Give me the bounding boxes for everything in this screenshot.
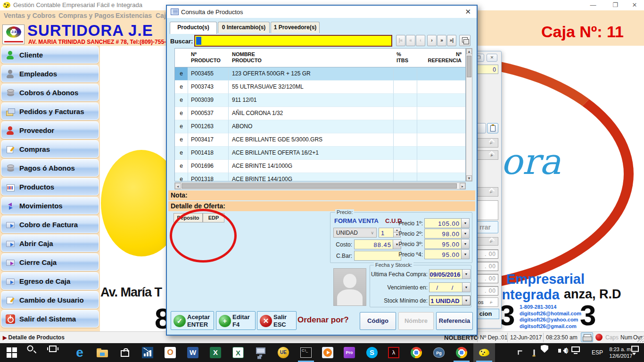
table-row[interactable]: eP003417ACE BRILLANTE GDE 5/3000.GRS <box>175 133 465 147</box>
table-row[interactable]: eP001418ACE BRILLANTE OFERTA 16/2+1 <box>175 147 465 160</box>
taskbar-gestion-app[interactable] <box>473 343 495 362</box>
table-row[interactable]: eP001318ACE BRINTE 144/100G <box>175 173 465 181</box>
tray-pen-icon[interactable] <box>527 343 541 362</box>
sidebar-item-cambio-usuario[interactable]: Cambio de Usuario <box>1 291 99 309</box>
resize-grip[interactable] <box>637 336 644 342</box>
taskbar-excel[interactable]: X <box>205 343 226 362</box>
precio3-field[interactable]: 95.00▼ <box>424 239 470 249</box>
forma-venta-select[interactable]: UNIDAD∨ <box>333 228 377 238</box>
costo-field[interactable]: 88.45▼ <box>354 239 401 249</box>
tab-intercambios[interactable]: 0 Intercambio(s) <box>218 22 270 33</box>
sort-nombre-button[interactable]: Nómbre <box>398 312 434 330</box>
table-row[interactable]: eP003455123 OFERTA 500GR + 125 GR <box>175 67 465 81</box>
horizontal-scroll-thumb[interactable] <box>182 183 457 189</box>
editar-button[interactable]: + EditarF4 <box>216 311 256 330</box>
taskbar-cmd[interactable]: C:\_ <box>295 343 317 362</box>
taskbar-outlook[interactable]: O <box>159 343 181 362</box>
scroll-down-icon[interactable]: ▼ <box>466 175 472 181</box>
action-center-button[interactable] <box>635 343 644 362</box>
taskbar-camtasia[interactable]: Pro <box>339 343 360 362</box>
taskbar-ultraedit[interactable]: UE <box>272 343 294 362</box>
tray-network[interactable] <box>572 343 587 362</box>
sidebar-item-cobros-abonos[interactable]: Cobros ó Abonos <box>1 83 99 101</box>
aceptar-button[interactable]: ✓ AceptarENTER <box>171 311 214 330</box>
start-button[interactable] <box>1 343 23 362</box>
vertical-scroll-thumb[interactable] <box>467 56 471 77</box>
sort-codigo-button[interactable]: Código <box>360 312 396 330</box>
cbar-field[interactable] <box>354 251 401 261</box>
taskbar-postgresql[interactable]: Pg <box>428 343 450 362</box>
tab-productos[interactable]: Producto(s) <box>170 22 217 34</box>
taskbar-skype[interactable]: S <box>361 343 383 362</box>
scroll-up-icon[interactable]: ▲ <box>466 49 472 54</box>
sidebar-item-empleados[interactable]: Empleados <box>1 65 99 82</box>
taskbar-chart-app[interactable] <box>137 343 158 362</box>
taskbar-file-explorer[interactable] <box>91 343 113 362</box>
precio4-field[interactable]: 95.00▼ <box>424 249 470 259</box>
table-row[interactable]: eP00374355 ULTRASUAVE 32/120ML <box>175 81 465 94</box>
bgwin-clipboard-button[interactable] <box>487 123 498 133</box>
nav-next-button[interactable]: › <box>427 35 437 46</box>
search-input[interactable] <box>194 35 392 47</box>
taskbar-chrome[interactable] <box>405 343 427 362</box>
ultima-fecha-field[interactable]: 09/05/2016▼ <box>429 269 471 279</box>
sidebar-item-proveedor[interactable]: Proveedor <box>1 121 99 139</box>
tray-language[interactable]: ESP <box>588 343 606 362</box>
taskbar-chrome-2[interactable] <box>451 343 472 362</box>
sidebar-item-pedidos-facturas[interactable]: Pedidos y Facturas <box>1 102 99 120</box>
dialog-close-icon[interactable]: ✕ <box>465 8 471 16</box>
salir-button[interactable]: ✕ SalirESC <box>257 311 297 330</box>
vencimiento-field[interactable]: / /▼ <box>429 282 471 292</box>
sidebar-item-cobro-factura[interactable]: Cobro de Factura <box>1 215 99 233</box>
sidebar-item-productos[interactable]: Productos <box>1 178 99 196</box>
vertical-scrollbar[interactable]: ▲ ▼ <box>466 48 472 181</box>
taskbar-edge[interactable]: e <box>69 343 91 362</box>
table-row[interactable]: eP001696ACE BRINTE 14/1000G <box>175 160 465 173</box>
nav-prev-button[interactable]: ‹ <box>416 35 425 46</box>
scroll-left-icon[interactable]: ◂ <box>175 183 181 189</box>
taskbar-media-player[interactable] <box>317 343 339 362</box>
horizontal-scrollbar[interactable]: ◂ ▸ <box>174 182 466 189</box>
sidebar-item-cierre-caja[interactable]: Cierre Caja <box>1 253 99 271</box>
table-row[interactable]: eP003039911 12/01 <box>175 94 465 107</box>
print-button[interactable] <box>459 35 471 46</box>
menu-compras[interactable]: Compras y Pagos <box>58 12 114 19</box>
minimize-button[interactable]: — <box>584 0 603 10</box>
taskbar-acrobat[interactable]: λ <box>383 343 405 362</box>
sort-referencia-button[interactable]: Referencia <box>436 312 473 330</box>
sidebar-item-compras[interactable]: Compras <box>1 140 99 158</box>
stock-minimo-field[interactable]: 1 UNIDAD▼ <box>429 296 471 305</box>
table-row[interactable]: eP001263ABONO <box>175 120 465 133</box>
sidebar-item-pagos-abonos[interactable]: Pagos ó Abonos <box>1 159 99 177</box>
sidebar-item-salir-sistema[interactable]: Salir del Sistema <box>1 310 99 328</box>
dialog-titlebar[interactable]: Consulta de Productos ✕ <box>167 6 477 18</box>
task-view-button[interactable] <box>46 343 68 362</box>
printer-icon[interactable] <box>581 332 593 342</box>
sidebar-item-abrir-caja[interactable]: Abrir Caja <box>1 234 99 252</box>
nav-last-button[interactable]: »| <box>447 35 456 46</box>
tray-defender[interactable] <box>541 343 555 362</box>
precio1-field[interactable]: 105.00▼ <box>424 218 470 228</box>
tab-proveedores[interactable]: 1 Proveedore(s) <box>271 22 320 33</box>
products-table[interactable]: NºPRODUCTO NOMBREPRODUCTO %ITBS NºREFERE… <box>174 48 466 181</box>
tray-volume[interactable] <box>556 343 571 362</box>
nav-prev-page-button[interactable]: « <box>406 35 415 46</box>
taskbar-excel-2[interactable]: X <box>227 343 249 362</box>
precio2-field[interactable]: 98.00▼ <box>424 229 470 239</box>
nav-next-page-button[interactable]: » <box>437 35 446 46</box>
taskbar-word[interactable]: W <box>182 343 204 362</box>
taskbar-remote-desktop[interactable] <box>250 343 272 362</box>
sidebar-item-egreso-caja[interactable]: Egreso de Caja <box>1 272 99 290</box>
table-row[interactable]: eP000537AÑIL CORONA 1/32 <box>175 107 465 120</box>
menu-existencias[interactable]: Existencias <box>116 12 152 19</box>
bgwin-close-button[interactable]: ✕ <box>487 54 497 62</box>
menu-ventas[interactable]: Ventas y Cobros <box>4 12 56 19</box>
sidebar-item-movimientos[interactable]: Movimientos <box>1 197 99 214</box>
scroll-right-icon[interactable]: ▸ <box>460 183 465 189</box>
sidebar-item-cliente[interactable]: Cliente <box>1 46 99 64</box>
taskbar-store[interactable] <box>114 343 136 362</box>
tray-expand-button[interactable] <box>513 343 527 362</box>
restore-button[interactable]: ❐ <box>606 0 625 10</box>
nav-first-button[interactable]: |« <box>396 35 405 46</box>
taskbar-search-button[interactable] <box>24 343 45 362</box>
